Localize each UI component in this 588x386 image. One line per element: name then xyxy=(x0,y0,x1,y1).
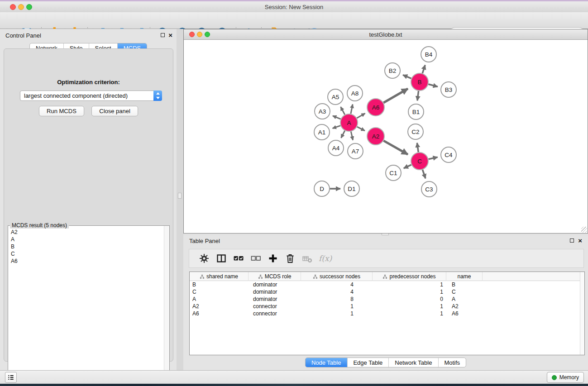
graph-edge-A-A3[interactable] xyxy=(333,116,341,119)
cell[interactable]: 1 xyxy=(373,310,446,317)
cell[interactable]: A xyxy=(446,295,483,303)
cell[interactable]: connector xyxy=(249,303,301,310)
graph-edge-B-B1[interactable] xyxy=(417,91,419,100)
cell[interactable]: A xyxy=(190,295,249,303)
close-panel-icon[interactable]: × xyxy=(168,31,172,39)
graph-node-C[interactable]: C xyxy=(411,152,428,170)
network-canvas[interactable]: AA1A2A3A4A5A6A7A8BB1B2B3B4CC1C2C3C4DD1 xyxy=(184,40,588,233)
graph-edge-A-A8[interactable] xyxy=(351,105,353,114)
cell[interactable]: 4 xyxy=(301,281,373,288)
cell[interactable]: C xyxy=(446,288,483,295)
cell[interactable]: 1 xyxy=(373,288,446,295)
table-row-C[interactable]: Cdominator41C xyxy=(190,288,584,295)
cell[interactable]: 8 xyxy=(301,295,373,303)
column-header-successor-nodes[interactable]: successor nodes xyxy=(301,272,373,281)
graph-node-C4[interactable]: C4 xyxy=(441,147,456,162)
column-header-predecessor-nodes[interactable]: predecessor nodes xyxy=(373,272,446,281)
cell[interactable]: A6 xyxy=(190,310,249,317)
cell[interactable]: A2 xyxy=(446,303,483,310)
table-row-B[interactable]: Bdominator41B xyxy=(190,281,584,288)
cell[interactable]: 1 xyxy=(373,303,446,310)
table-scrollbar[interactable] xyxy=(580,272,584,355)
table-close-icon[interactable]: × xyxy=(578,237,582,245)
graph-node-C1[interactable]: C1 xyxy=(386,165,401,181)
graph-node-A6[interactable]: A6 xyxy=(367,99,384,116)
table-row-A2[interactable]: A2connector11A2 xyxy=(190,303,584,310)
result-item[interactable]: A2 xyxy=(9,229,163,236)
graph-edge-B-B3[interactable] xyxy=(428,84,438,87)
float-panel-icon[interactable] xyxy=(161,33,165,37)
result-item[interactable]: A6 xyxy=(9,257,163,265)
close-panel-button[interactable]: Close panel xyxy=(91,106,138,116)
graph-edge-A2-C[interactable] xyxy=(383,141,408,154)
graph-edge-C-C3[interactable] xyxy=(422,170,425,178)
cell[interactable]: connector xyxy=(249,310,301,317)
mcds-result-list[interactable]: A2ABCA6 xyxy=(9,229,163,377)
graph-node-A1[interactable]: A1 xyxy=(314,124,330,140)
result-scrollbar[interactable] xyxy=(164,226,169,377)
splitter-handle[interactable] xyxy=(178,193,182,199)
column-header-name[interactable]: name xyxy=(446,272,483,281)
cell[interactable]: B xyxy=(190,281,249,288)
graph-node-B3[interactable]: B3 xyxy=(441,82,456,97)
graph-edge-A-A2[interactable] xyxy=(357,127,365,131)
result-item[interactable]: A xyxy=(9,236,163,243)
graph-edge-B-B4[interactable] xyxy=(422,65,425,73)
optimization-dropdown[interactable]: largest connected component (directed) xyxy=(20,91,162,101)
graph-node-A5[interactable]: A5 xyxy=(328,89,343,105)
resize-grip-icon[interactable] xyxy=(581,227,587,233)
table-row-A6[interactable]: A6connector11A6 xyxy=(190,310,584,317)
graph-edge-A-A1[interactable] xyxy=(333,126,341,129)
delete-row-button[interactable] xyxy=(282,251,299,266)
table-row-A[interactable]: Adominator80A xyxy=(190,295,584,303)
graph-node-B2[interactable]: B2 xyxy=(385,63,400,78)
graph-edge-A-A4[interactable] xyxy=(341,131,345,138)
cell[interactable]: dominator xyxy=(249,288,301,295)
cell[interactable]: B xyxy=(446,281,483,288)
graph-node-A2[interactable]: A2 xyxy=(367,128,384,145)
tab-network-table[interactable]: Network Table xyxy=(388,358,438,367)
result-item[interactable]: B xyxy=(9,243,163,250)
graph-edge-A6-B[interactable] xyxy=(383,89,408,103)
graph-edge-C-C2[interactable] xyxy=(417,143,418,152)
columns-button[interactable] xyxy=(213,251,230,266)
graph-edge-A-A5[interactable] xyxy=(341,107,345,114)
cell[interactable]: 4 xyxy=(301,288,373,295)
tab-node-table[interactable]: Node Table xyxy=(306,358,347,367)
add-row-button[interactable] xyxy=(264,251,282,266)
graph-node-C2[interactable]: C2 xyxy=(408,124,423,139)
cell[interactable]: dominator xyxy=(249,281,301,288)
graph-node-D1[interactable]: D1 xyxy=(344,181,359,196)
graph-edge-B-B2[interactable] xyxy=(403,75,411,79)
graph-node-A4[interactable]: A4 xyxy=(328,140,344,156)
memory-button[interactable]: Memory xyxy=(547,372,584,383)
graph-edge-C-C1[interactable] xyxy=(404,165,411,168)
graph-node-B1[interactable]: B1 xyxy=(408,104,424,119)
graph-edge-A-A6[interactable] xyxy=(357,114,365,119)
graph-node-A8[interactable]: A8 xyxy=(347,86,363,101)
column-header-shared-name[interactable]: shared name xyxy=(190,272,249,281)
task-history-button[interactable] xyxy=(5,372,17,383)
deselect-all-button[interactable] xyxy=(247,251,264,266)
cell[interactable]: A6 xyxy=(446,310,483,317)
graph-node-A3[interactable]: A3 xyxy=(315,104,330,119)
tab-motifs[interactable]: Motifs xyxy=(438,358,466,367)
gear-button[interactable] xyxy=(196,251,213,266)
cell[interactable]: 0 xyxy=(373,295,446,303)
column-header-mcds-role[interactable]: MCDS role xyxy=(249,272,301,281)
network-window-titlebar[interactable]: testGlobe.txt xyxy=(184,29,588,40)
graph-node-A[interactable]: A xyxy=(340,114,358,131)
result-item[interactable]: C xyxy=(9,250,163,257)
table-float-icon[interactable] xyxy=(570,238,574,243)
select-all-button[interactable] xyxy=(230,251,247,266)
vertical-splitter[interactable] xyxy=(177,29,183,370)
cell[interactable]: C xyxy=(190,288,249,295)
graph-edge-A-A7[interactable] xyxy=(351,132,353,140)
tab-edge-table[interactable]: Edge Table xyxy=(347,358,388,367)
graph-node-A7[interactable]: A7 xyxy=(348,143,363,159)
graph-node-C3[interactable]: C3 xyxy=(421,181,437,197)
cell[interactable]: 1 xyxy=(301,303,373,310)
run-mcds-button[interactable]: Run MCDS xyxy=(39,106,84,116)
graph-node-B[interactable]: B xyxy=(411,73,428,91)
cell[interactable]: A2 xyxy=(190,303,249,310)
